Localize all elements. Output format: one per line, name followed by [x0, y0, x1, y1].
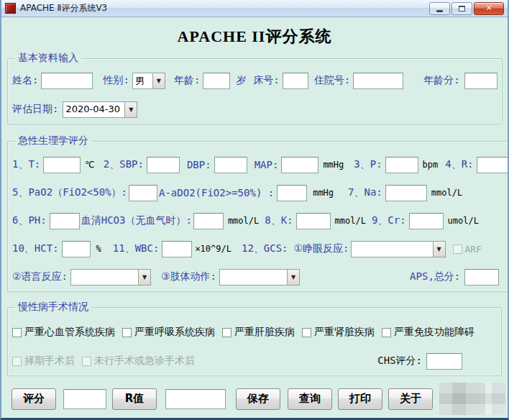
liver-label: 严重肝脏疾病: [234, 326, 295, 339]
liver-checkbox[interactable]: 严重肝脏疾病: [222, 326, 295, 339]
respiration-input[interactable]: [477, 157, 509, 173]
temperature-input[interactable]: [43, 157, 81, 173]
wbc-unit: ×10^9/L: [195, 244, 231, 254]
age-score-label: 年龄分:: [423, 74, 459, 87]
chronic-group-title: 慢性病手术情况: [15, 301, 91, 314]
cardiovascular-checkbox[interactable]: 严重心血管系统疾病: [12, 326, 115, 339]
chs-score-label: CHS评分:: [377, 355, 422, 368]
no-surgery-checkbox[interactable]: 未行手术或急诊手术后: [82, 355, 195, 368]
respiratory-checkbox[interactable]: 严重呼吸系统疾病: [122, 326, 215, 339]
assess-date-select[interactable]: 2020-04-30 ▼: [63, 101, 137, 118]
hco3-input[interactable]: [193, 213, 224, 229]
admission-number-input[interactable]: [353, 73, 403, 89]
title-bar: APACHE Ⅱ评分系统V3 ✕: [1, 0, 508, 17]
assess-date-row: 评估日期: 2020-04-30 ▼: [12, 101, 497, 118]
gcs-motor-select[interactable]: ▼: [219, 269, 300, 286]
chevron-down-icon: ▼: [152, 73, 165, 88]
map-input[interactable]: [281, 157, 318, 173]
basic-info-group-title: 基本资料输入: [15, 52, 81, 65]
age-score-input[interactable]: [464, 73, 497, 89]
chronic-row-1: 严重心血管系统疾病 严重呼吸系统疾病 严重肝脏疾病 严重肾脏疾病 严重免疫功能障…: [12, 324, 497, 341]
chronic-row-2: 择期手术后 未行手术或急诊手术后 CHS评分:: [12, 352, 497, 370]
ph-input[interactable]: [50, 213, 80, 229]
immune-checkbox[interactable]: 严重免疫功能障碍: [382, 326, 474, 339]
wbc-input[interactable]: [162, 241, 192, 257]
assess-date-value: 2020-04-30: [63, 102, 124, 117]
query-button[interactable]: 查询: [288, 388, 332, 410]
checkbox-icon: [122, 328, 132, 337]
aado2-label: A-aDO2(FiO2>=50%) :: [159, 187, 274, 198]
close-button[interactable]: ✕: [474, 2, 504, 15]
chronic-group: 慢性病手术情况 严重心血管系统疾病 严重呼吸系统疾病 严重肝脏疾病 严重肾脏疾病…: [7, 301, 502, 376]
name-input[interactable]: [41, 73, 93, 89]
close-icon: ✕: [485, 4, 492, 12]
chs-score-input[interactable]: [426, 353, 462, 370]
about-button[interactable]: 关于: [388, 388, 433, 410]
map-unit: mmHg: [323, 160, 344, 170]
map-label: MAP:: [254, 159, 279, 170]
na-label: 7、Na:: [348, 186, 382, 199]
dbp-label: DBP:: [187, 159, 211, 170]
age-label: 年龄:: [174, 74, 200, 87]
bed-number-input[interactable]: [283, 73, 308, 89]
aado2-input[interactable]: [277, 185, 307, 201]
k-input[interactable]: [296, 213, 331, 229]
elective-surgery-checkbox[interactable]: 择期手术后: [12, 355, 75, 368]
na-input[interactable]: [385, 185, 427, 201]
r-value-input[interactable]: [165, 389, 226, 409]
cr-input[interactable]: [409, 213, 444, 229]
print-button[interactable]: 打印: [338, 388, 382, 410]
hco3-unit: mmol/L: [228, 216, 259, 226]
gcs-motor-value: [220, 270, 287, 285]
hct-input[interactable]: [62, 241, 91, 257]
phys-row-1: 1、T: ℃ 2、SBP: DBP: MAP: mmHg 3、P: bpm 4、…: [12, 156, 509, 173]
r-value-button[interactable]: R值: [112, 388, 157, 410]
aps-total-input[interactable]: [464, 269, 499, 286]
gcs-verbal-select[interactable]: ▼: [70, 269, 151, 286]
checkbox-icon: [12, 357, 22, 366]
gcs-motor-label: ③肢体动作:: [161, 270, 216, 283]
maximize-button[interactable]: [451, 2, 472, 15]
save-button[interactable]: 保存: [236, 388, 280, 410]
pao2-label: 5、PaO2（FiO2<50%）:: [12, 186, 127, 199]
physiology-group-title: 急性生理学评分: [15, 134, 91, 147]
phys-row-4: 10、HCT: % 11、WBC: ×10^9/L 12、GCS: ①睁眼反应:…: [12, 240, 509, 257]
renal-checkbox[interactable]: 严重肾脏疾病: [302, 326, 375, 339]
admission-number-label: 住院号:: [314, 74, 350, 87]
hct-unit: %: [96, 244, 101, 254]
minimize-button[interactable]: [429, 2, 450, 15]
sbp-input[interactable]: [147, 157, 180, 173]
hco3-label: 血清HCO3（无血气时）:: [81, 214, 192, 227]
minimize-icon: [436, 10, 443, 12]
cr-label: 9、Cr:: [372, 214, 406, 227]
checkbox-icon: [12, 328, 22, 337]
gender-select[interactable]: 男 ▼: [132, 73, 165, 89]
score-result-input[interactable]: [63, 389, 106, 409]
pao2-input[interactable]: [129, 185, 157, 201]
bed-number-label: 床号:: [253, 74, 279, 87]
pulse-input[interactable]: [385, 157, 418, 173]
age-input[interactable]: [203, 73, 230, 89]
renal-label: 严重肾脏疾病: [314, 326, 375, 339]
hct-label: 10、HCT:: [12, 242, 59, 255]
blurred-watermark: [439, 383, 505, 415]
cr-unit: umol/L: [448, 216, 479, 226]
gcs-eye-select[interactable]: ▼: [351, 241, 446, 257]
temperature-label: 1、T:: [12, 158, 40, 171]
basic-info-row: 姓名: 性别: 男 ▼ 年龄: 岁 床号: 住院号: 年龄分:: [12, 72, 497, 89]
phys-row-3: 6、PH: 血清HCO3（无血气时）: mmol/L 8、K: mmol/L 9…: [12, 212, 509, 229]
maximize-icon: [459, 6, 465, 12]
aps-total-label: APS,总分:: [410, 270, 460, 283]
no-surgery-label: 未行手术或急诊手术后: [94, 355, 195, 368]
gcs-eye-label: ①睁眼反应:: [294, 242, 349, 255]
na-unit: mmol/L: [431, 188, 462, 198]
chevron-down-icon: ▼: [138, 270, 150, 285]
checkbox-icon: [382, 328, 391, 337]
dbp-input[interactable]: [214, 157, 247, 173]
gcs-verbal-value: [71, 270, 138, 285]
elective-surgery-label: 择期手术后: [24, 355, 75, 368]
arf-checkbox[interactable]: ARF: [453, 244, 482, 255]
score-button[interactable]: 评分: [12, 388, 56, 410]
cardiovascular-label: 严重心血管系统疾病: [24, 326, 115, 339]
age-unit-label: 岁: [236, 74, 246, 87]
